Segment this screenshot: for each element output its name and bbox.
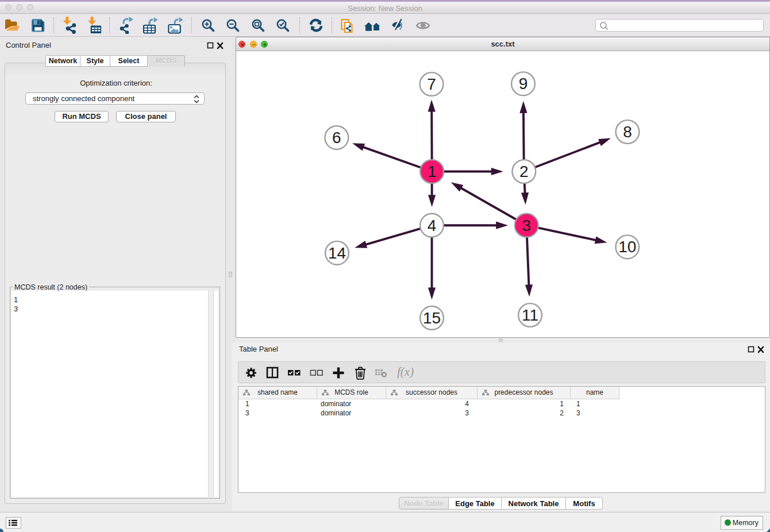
svg-text:4: 4: [428, 217, 437, 234]
svg-text:7: 7: [427, 75, 436, 93]
svg-text:9: 9: [519, 75, 528, 92]
svg-text:11: 11: [522, 306, 538, 324]
svg-text:8: 8: [623, 123, 632, 141]
svg-text:14: 14: [328, 244, 346, 262]
svg-text:3: 3: [522, 217, 531, 234]
svg-text:10: 10: [618, 238, 636, 256]
svg-text:15: 15: [423, 309, 441, 327]
svg-text:6: 6: [332, 129, 341, 147]
svg-text:2: 2: [519, 163, 529, 180]
svg-text:1: 1: [428, 163, 437, 180]
